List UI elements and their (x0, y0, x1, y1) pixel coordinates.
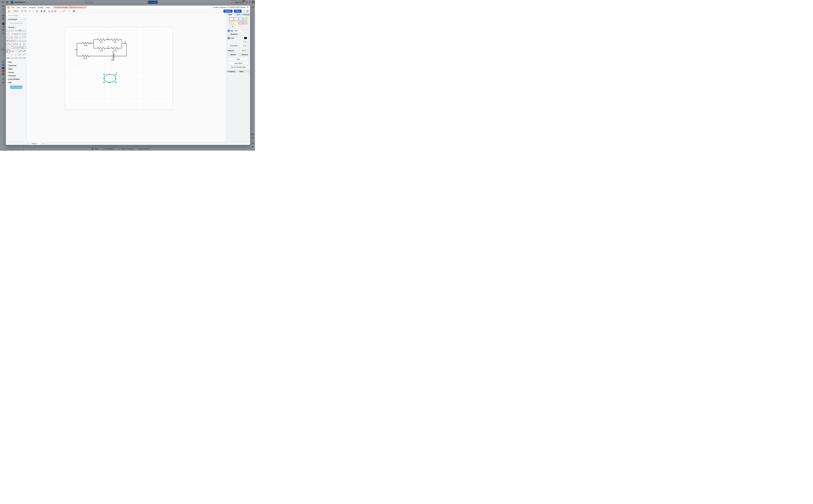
shape-line[interactable] (14, 53, 18, 56)
publish-button[interactable]: Publish (224, 10, 233, 13)
shape-box-arrow[interactable] (22, 56, 26, 60)
preset-page-dot-2[interactable] (237, 26, 238, 27)
selection-handle-6[interactable] (109, 82, 110, 83)
fullscreen-icon[interactable] (243, 10, 245, 12)
format-tab-arrange[interactable]: Arrange (242, 13, 250, 16)
selection-handle-3[interactable] (103, 78, 105, 79)
fill-checkbox[interactable] (228, 30, 230, 32)
shape-rounded-rectangle[interactable] (10, 29, 14, 32)
line-color-button[interactable] (51, 10, 53, 12)
preset-page-dot-1[interactable] (234, 26, 236, 27)
shape-step[interactable] (14, 39, 18, 43)
fill-color-button[interactable] (48, 10, 50, 12)
shape-label-arrow[interactable]: Label (10, 56, 14, 60)
shape-trapezoid[interactable] (18, 39, 22, 43)
preset-swatch-3[interactable] (243, 18, 247, 21)
scratchpad-close-icon[interactable]: × (25, 19, 25, 20)
shape-process[interactable] (14, 32, 18, 36)
theme-sun-icon[interactable] (247, 6, 249, 8)
fill-color-swatch[interactable]: ✎ (244, 29, 249, 32)
shadow-button[interactable] (54, 10, 56, 12)
collapse-panel-icon[interactable] (246, 10, 249, 12)
shape-cylinder[interactable] (14, 36, 18, 39)
shape-parallelogram[interactable] (22, 32, 26, 36)
shape-bidirectional-connector[interactable] (18, 53, 22, 56)
line-width-input[interactable]: 1 pt (240, 40, 247, 43)
shape-arrow[interactable] (22, 49, 26, 53)
zoom-level-dropdown[interactable]: 100%▾ (13, 10, 19, 12)
preset-swatch-7[interactable] (243, 21, 247, 24)
redo-button[interactable]: ↷ (32, 10, 33, 12)
preset-swatch-5[interactable] (234, 21, 238, 24)
section-advanced[interactable]: ▸Advanced (6, 64, 26, 67)
shape-dashed-line[interactable] (6, 53, 10, 56)
shape-hexagon[interactable] (6, 36, 10, 39)
zoom-in-button[interactable] (21, 10, 23, 12)
shape-note[interactable] (6, 43, 10, 46)
menu-file[interactable]: File (11, 6, 14, 8)
preset-swatch-0[interactable] (230, 18, 234, 21)
shape-internal-storage[interactable] (6, 39, 10, 43)
opacity-stepper[interactable]: ▲▼ (247, 49, 249, 52)
line-checkbox[interactable] (228, 37, 230, 39)
menu-edit[interactable]: Edit (17, 6, 20, 8)
shape-source-arrow[interactable]: SourceLabel (14, 56, 18, 60)
scratchpad-header[interactable]: ▾ Scratchpad + ✎ × (6, 18, 26, 21)
shape-card[interactable] (10, 43, 14, 46)
shape-link[interactable] (6, 56, 10, 60)
shape-actor[interactable] (18, 43, 22, 46)
shape-textbox[interactable]: Heading (18, 29, 22, 32)
preset-page-dot-4[interactable] (241, 26, 243, 27)
shape-document[interactable] (22, 36, 26, 39)
waypoints-button[interactable]: ▾ (63, 10, 66, 12)
delete-button[interactable] (36, 10, 38, 12)
format-tab-style[interactable]: Style (226, 13, 234, 16)
shape-callout[interactable] (14, 43, 18, 46)
menu-arrange[interactable]: Arrange (29, 6, 36, 8)
shape-container[interactable] (14, 46, 18, 49)
table-button[interactable]: ▾ (73, 10, 76, 12)
more-shapes-button[interactable]: + More Shapes (10, 86, 22, 89)
fill-mode-select[interactable]: Auto▾ (234, 29, 243, 32)
general-section-header[interactable]: ▾ General (6, 26, 26, 29)
shadow-checkbox[interactable] (239, 53, 241, 56)
rotate-handle-icon[interactable]: ↻ (116, 72, 118, 74)
shape-vertical-container[interactable] (18, 46, 22, 49)
shape-diamond[interactable] (18, 32, 22, 36)
section-uml[interactable]: ▸UML (6, 81, 26, 84)
pages-menu-icon[interactable]: ⋮ (27, 142, 28, 145)
shape-dotted-line[interactable] (10, 53, 14, 56)
shape-source-target-arrow[interactable]: SourceLabelTarget (18, 56, 22, 60)
shape-text[interactable]: Text (14, 29, 18, 32)
close-button[interactable]: Close (234, 10, 242, 13)
section-misc[interactable]: ▸Misc (6, 60, 26, 64)
scratchpad-edit-icon[interactable]: ✎ (22, 19, 24, 20)
section-basic[interactable]: ▸Basic (6, 67, 26, 71)
opacity-input[interactable]: 100 % (240, 49, 247, 52)
shape-and[interactable] (6, 46, 10, 49)
shape-rectangle[interactable] (6, 29, 10, 32)
selection-handle-5[interactable] (103, 82, 105, 83)
line-color-swatch[interactable]: ✎ (244, 37, 249, 39)
undo-button[interactable]: ↶ (29, 10, 31, 12)
menu-help[interactable]: Help (46, 6, 50, 8)
preset-swatch-2[interactable] (239, 18, 243, 21)
line-width-stepper[interactable]: ▲▼ (247, 40, 249, 43)
selection-handle-1[interactable] (109, 74, 110, 75)
insert-button[interactable]: +▾ (68, 10, 70, 12)
shape-tape[interactable] (22, 39, 26, 43)
shape-ellipse[interactable] (22, 29, 26, 32)
menu-view[interactable]: View (22, 6, 26, 8)
edit-style-button[interactable]: Edit▾ (228, 58, 249, 61)
menu-extras[interactable]: Extras (38, 6, 43, 8)
copy-style-button[interactable]: Copy Style (228, 61, 249, 65)
view-panels-button[interactable]: ▾ (8, 10, 11, 12)
selection-handle-0[interactable] (103, 74, 105, 75)
preset-swatch-6[interactable] (239, 21, 243, 24)
property-header[interactable]: ▸ Property (226, 70, 238, 73)
zoom-out-button[interactable] (24, 10, 26, 12)
shape-cloud[interactable] (18, 36, 22, 39)
preset-swatch-1[interactable] (234, 18, 238, 21)
preset-page-dot-0[interactable] (232, 26, 233, 27)
shape-data-storage[interactable] (10, 46, 14, 49)
